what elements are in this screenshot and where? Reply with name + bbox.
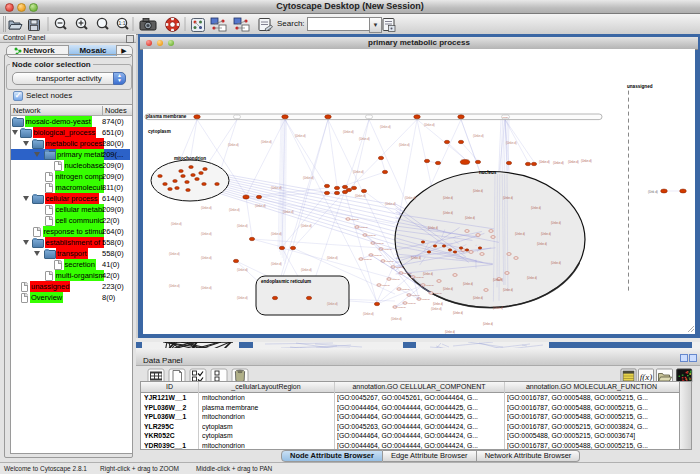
svg-text:[Unk d]: [Unk d]: [434, 292, 442, 295]
svg-text:1:1: 1:1: [119, 20, 126, 26]
svg-text:[Unk d]: [Unk d]: [374, 254, 382, 257]
svg-text:f(x): f(x): [640, 372, 653, 382]
svg-text:[Unk d]: [Unk d]: [398, 306, 406, 309]
svg-text:(Unkn d): (Unkn d): [445, 330, 455, 334]
svg-text:(Unkn d): (Unkn d): [363, 312, 374, 316]
svg-text:(Unkn d): (Unkn d): [380, 125, 391, 129]
svg-text:(Unkn d): (Unkn d): [515, 232, 525, 236]
svg-text:(Unkn d): (Unkn d): [473, 134, 484, 138]
svg-text:[Unk d]: [Unk d]: [360, 226, 368, 229]
svg-text:(Unkn d): (Unkn d): [433, 302, 443, 306]
svg-text:(Unkn d): (Unkn d): [423, 272, 433, 276]
svg-text:(Unkn d): (Unkn d): [527, 276, 537, 280]
svg-text:(Unkn d): (Unkn d): [541, 232, 551, 236]
svg-text:(Unkn d): (Unkn d): [228, 143, 239, 147]
svg-text:(Unkn d): (Unkn d): [271, 232, 282, 236]
svg-text:(Unkn d): (Unkn d): [201, 206, 212, 210]
svg-text:(Unkn d): (Unkn d): [201, 286, 212, 290]
svg-text:(Unkn d): (Unkn d): [506, 141, 517, 145]
svg-text:(Unkn d): (Unkn d): [399, 143, 410, 147]
svg-text:(Unkn d): (Unkn d): [503, 288, 513, 292]
svg-text:(Unkn d): (Unkn d): [568, 160, 579, 164]
svg-text:[Unk d]: [Unk d]: [392, 278, 400, 281]
svg-text:(Unkn d): (Unkn d): [295, 134, 306, 138]
svg-text:(Unkn d): (Unkn d): [581, 159, 592, 163]
svg-text:(Unkn d): (Unkn d): [453, 311, 463, 315]
svg-text:(Unkn d): (Unkn d): [463, 282, 473, 286]
svg-text:(Unkn d): (Unkn d): [428, 226, 438, 230]
svg-text:(Unkn d): (Unkn d): [473, 296, 483, 300]
svg-text:(Unkn d): (Unkn d): [237, 296, 248, 300]
svg-text:[Unk d]: [Unk d]: [422, 298, 430, 301]
svg-text:nucleus: nucleus: [479, 170, 497, 175]
svg-text:(Unkn d): (Unkn d): [343, 130, 354, 134]
svg-text:(Unkn d): (Unkn d): [493, 278, 503, 282]
svg-text:(Unkn d): (Unkn d): [431, 307, 442, 311]
svg-text:(Unkn d): (Unkn d): [443, 196, 453, 200]
svg-text:(Unkn d): (Unkn d): [385, 202, 396, 206]
svg-text:[Unk d]: [Unk d]: [364, 258, 372, 261]
svg-text:(Unkn d): (Unkn d): [327, 256, 338, 260]
svg-text:[Unk d]: [Unk d]: [384, 248, 392, 251]
svg-text:[Unk d]: [Unk d]: [402, 288, 410, 291]
svg-text:(Unkn d): (Unkn d): [237, 268, 248, 272]
svg-text:[Unk d]: [Unk d]: [416, 276, 424, 279]
svg-text:cytoplasm: cytoplasm: [148, 129, 171, 134]
svg-text:[Unk d]: [Unk d]: [408, 302, 416, 305]
svg-text:(Unkn d): (Unkn d): [553, 161, 564, 165]
svg-text:(Unkn d): (Unkn d): [359, 137, 370, 141]
svg-text:(Unkn d): (Unkn d): [473, 189, 483, 193]
svg-text:(Unkn d): (Unkn d): [201, 256, 212, 260]
svg-text:(Unkn d): (Unkn d): [537, 242, 547, 246]
svg-text:(Unkn d): (Unkn d): [169, 252, 180, 256]
svg-text:[Unk]: [Unk]: [503, 116, 509, 119]
svg-text:endoplasmic reticulum: endoplasmic reticulum: [261, 279, 311, 284]
svg-text:unassigned: unassigned: [627, 84, 653, 89]
svg-text:(Unkn d): (Unkn d): [261, 140, 272, 144]
svg-text:(Unkn d): (Unkn d): [493, 306, 503, 310]
svg-text:(Unkn d): (Unkn d): [465, 216, 475, 220]
svg-text:(Unkn d): (Unkn d): [539, 160, 550, 164]
svg-text:(Unkn d): (Unkn d): [229, 208, 240, 212]
svg-text:(Unkn d): (Unkn d): [424, 123, 435, 127]
svg-text:plasma membrane: plasma membrane: [146, 114, 187, 119]
svg-text:(Unkn d): (Unkn d): [255, 204, 266, 208]
svg-text:(Unkn d): (Unkn d): [503, 196, 513, 200]
svg-text:(Unkn d): (Unkn d): [171, 222, 182, 226]
svg-text:(Unkn d): (Unkn d): [327, 302, 338, 306]
svg-text:(Unkn d): (Unkn d): [301, 268, 312, 272]
svg-text:(Unkn d): (Unkn d): [411, 256, 421, 260]
svg-text:[Unk d]: [Unk d]: [426, 284, 434, 287]
svg-text:[Unk d]: [Unk d]: [376, 242, 384, 245]
svg-text:(Unkn d): (Unkn d): [353, 170, 364, 174]
svg-text:(Unkn d): (Unkn d): [391, 317, 402, 321]
svg-text:(Unkn d): (Unkn d): [283, 210, 294, 214]
svg-text:(Unkn d): (Unkn d): [443, 211, 453, 215]
svg-text:(Unkn d): (Unkn d): [405, 196, 416, 200]
svg-text:(Unkn d): (Unkn d): [551, 261, 561, 265]
svg-text:(Unkn d): (Unkn d): [237, 224, 248, 228]
svg-text:(Unkn d): (Unkn d): [443, 287, 453, 291]
svg-text:(Unkn d): (Unkn d): [201, 232, 212, 236]
svg-text:(Unkn d): (Unkn d): [355, 194, 366, 198]
svg-text:(Unkn d): (Unkn d): [271, 186, 282, 190]
svg-text:(Unkn d): (Unkn d): [303, 176, 314, 180]
svg-text:(Unkn d): (Unkn d): [169, 284, 180, 288]
svg-text:(Unkn d): (Unkn d): [301, 224, 312, 228]
svg-text:(Unk d): (Unk d): [648, 190, 658, 194]
svg-text:[Unk d]: [Unk d]: [368, 234, 376, 237]
svg-text:(Unkn d): (Unkn d): [531, 206, 541, 210]
svg-text:[Unk d]: [Unk d]: [382, 284, 390, 287]
svg-text:(Unkn d): (Unkn d): [551, 221, 561, 225]
svg-text:[Unk d]: [Unk d]: [351, 218, 359, 221]
svg-text:mitochondrion: mitochondrion: [174, 156, 206, 161]
svg-text:(Unkn d): (Unkn d): [271, 262, 282, 266]
svg-text:(Unkn d): (Unkn d): [483, 322, 493, 326]
